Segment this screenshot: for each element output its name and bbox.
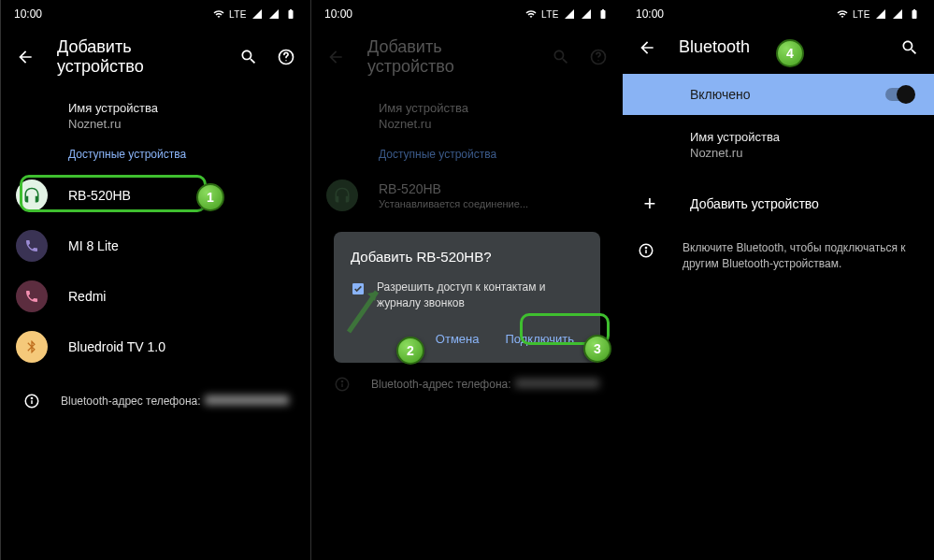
phone-icon xyxy=(24,289,39,304)
signal-icon-2 xyxy=(267,8,280,20)
bt-address-row: Bluetooth-адрес телефона: xyxy=(311,363,614,406)
wifi-icon xyxy=(212,8,225,20)
network-label: LTE xyxy=(541,9,559,20)
device-status: Устанавливается соединение... xyxy=(379,198,528,209)
device-name: RB-520HB xyxy=(68,188,131,203)
back-arrow-icon[interactable] xyxy=(16,48,35,66)
phone-screen-2: 10:00 LTE Добавить устройство Имя устрой… xyxy=(311,0,623,560)
battery-icon xyxy=(284,8,297,20)
network-label: LTE xyxy=(229,9,247,20)
toggle-switch[interactable] xyxy=(885,88,913,101)
blurred-address xyxy=(515,379,599,388)
available-devices-label: Доступные устройства xyxy=(68,148,295,161)
blurred-address xyxy=(205,395,289,405)
status-bar: 10:00 LTE xyxy=(623,0,934,24)
step-badge-1: 1 xyxy=(196,183,224,211)
plus-icon: + xyxy=(638,192,662,216)
step-arrow-2 xyxy=(339,280,386,337)
bluetooth-info-row: Включите Bluetooth, чтобы подключаться к… xyxy=(623,231,934,281)
back-arrow-icon[interactable] xyxy=(638,38,656,57)
bluetooth-toggle-row[interactable]: Включено xyxy=(623,74,934,115)
wifi-icon xyxy=(524,8,538,20)
header: Добавить устройство xyxy=(311,24,623,93)
svg-point-6 xyxy=(597,60,598,61)
back-arrow-icon xyxy=(326,48,345,66)
bluetooth-icon xyxy=(24,339,39,354)
phone-screen-1: 10:00 LTE Добавить устройство Имя устрой… xyxy=(0,0,311,560)
bt-address-label: Bluetooth-адрес телефона: xyxy=(371,378,511,391)
page-title: Добавить устройство xyxy=(57,37,217,77)
dialog-checkbox-label: Разрешить доступ к контактам и журналу з… xyxy=(377,280,583,311)
step-badge-4: 4 xyxy=(776,39,804,67)
device-name: MI 8 Lite xyxy=(68,238,119,253)
phone-screen-3: 10:00 LTE Bluetooth Включено Имя устройс… xyxy=(623,0,934,560)
device-name: RB-520HB xyxy=(379,181,528,196)
device-row-bluedroid[interactable]: Bluedroid TV 1.0 xyxy=(1,322,310,372)
headphones-icon xyxy=(334,187,351,204)
available-devices-label: Доступные устройства xyxy=(379,148,608,161)
svg-point-4 xyxy=(31,397,32,398)
battery-icon xyxy=(908,8,921,20)
signal-icon xyxy=(563,8,576,20)
bt-address-label: Bluetooth-адрес телефона: xyxy=(61,395,201,408)
wifi-icon xyxy=(836,8,849,20)
help-icon xyxy=(589,48,608,66)
device-name-label: Имя устройства xyxy=(690,130,919,144)
device-name: Bluedroid TV 1.0 xyxy=(68,339,165,354)
phone-icon xyxy=(24,238,39,253)
search-icon[interactable] xyxy=(239,48,258,66)
signal-icon xyxy=(251,8,264,20)
svg-point-13 xyxy=(645,247,646,248)
connect-button[interactable]: Подключить xyxy=(496,324,583,353)
step-badge-2: 2 xyxy=(396,337,424,365)
signal-icon-2 xyxy=(580,8,593,20)
network-label: LTE xyxy=(853,9,870,20)
device-row-mi8lite[interactable]: MI 8 Lite xyxy=(1,221,310,271)
status-bar: 10:00 LTE xyxy=(1,0,310,24)
status-bar: 10:00 LTE xyxy=(311,0,623,24)
device-name: Redmi xyxy=(68,289,106,304)
search-icon[interactable] xyxy=(900,38,919,57)
bt-address-row: Bluetooth-адрес телефона: xyxy=(1,380,310,423)
info-icon xyxy=(638,242,654,259)
help-icon[interactable] xyxy=(277,48,295,66)
info-icon xyxy=(23,393,40,409)
signal-icon-2 xyxy=(891,8,904,20)
dialog-title: Добавить RB-520HB? xyxy=(351,249,583,265)
status-icons: LTE xyxy=(524,8,610,20)
battery-icon xyxy=(596,8,610,20)
add-device-label: Добавить устройство xyxy=(690,196,819,211)
status-time: 10:00 xyxy=(324,7,352,21)
status-icons: LTE xyxy=(836,8,921,20)
device-name-value[interactable]: Noznet.ru xyxy=(690,146,919,160)
svg-point-10 xyxy=(341,381,342,381)
device-row-rb520hb[interactable]: RB-520HB xyxy=(1,170,310,221)
add-device-row[interactable]: + Добавить устройство xyxy=(623,177,934,231)
device-name-label: Имя устройства xyxy=(68,101,295,115)
page-title: Добавить устройство xyxy=(367,37,529,77)
device-name-value: Noznet.ru xyxy=(379,117,608,131)
step-badge-3: 3 xyxy=(583,335,611,363)
device-row-connecting: RB-520HB Устанавливается соединение... xyxy=(311,170,623,221)
bluetooth-info-text: Включите Bluetooth, чтобы подключаться к… xyxy=(683,240,919,272)
device-row-redmi[interactable]: Redmi xyxy=(1,271,310,322)
status-time: 10:00 xyxy=(636,7,664,21)
status-time: 10:00 xyxy=(14,7,42,21)
header: Добавить устройство xyxy=(1,24,310,93)
status-icons: LTE xyxy=(212,8,297,20)
device-name-value[interactable]: Noznet.ru xyxy=(68,117,295,131)
search-icon xyxy=(552,48,570,66)
info-icon xyxy=(334,376,351,393)
cancel-button[interactable]: Отмена xyxy=(426,324,489,353)
signal-icon xyxy=(874,8,887,20)
svg-point-1 xyxy=(285,60,286,61)
headphones-icon xyxy=(23,187,40,204)
device-name-label: Имя устройства xyxy=(379,101,608,115)
toggle-label: Включено xyxy=(690,87,751,102)
